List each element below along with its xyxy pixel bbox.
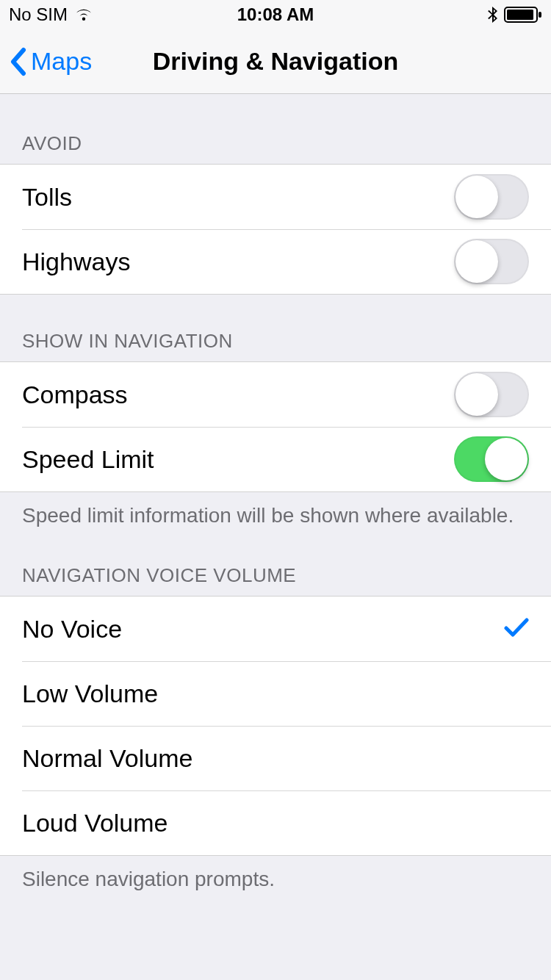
- section-footer-voice: Silence navigation prompts.: [0, 856, 551, 893]
- status-bar: No SIM 10:08 AM: [0, 0, 551, 29]
- row-highways[interactable]: Highways: [0, 229, 551, 294]
- status-left: No SIM: [9, 4, 94, 25]
- status-right: [488, 6, 542, 24]
- carrier-label: No SIM: [9, 4, 68, 25]
- switch-highways[interactable]: [454, 239, 529, 284]
- row-voice-low[interactable]: Low Volume: [0, 661, 551, 726]
- switch-speed-limit[interactable]: [454, 436, 529, 482]
- svg-rect-2: [539, 12, 541, 18]
- section-header-avoid: AVOID: [0, 94, 551, 164]
- row-voice-normal[interactable]: Normal Volume: [0, 726, 551, 790]
- switch-tolls[interactable]: [454, 174, 529, 220]
- row-voice-none[interactable]: No Voice: [0, 597, 551, 661]
- row-compass[interactable]: Compass: [0, 362, 551, 427]
- row-tolls[interactable]: Tolls: [0, 165, 551, 229]
- section-header-show: SHOW IN NAVIGATION: [0, 295, 551, 361]
- switch-compass[interactable]: [454, 372, 529, 417]
- group-show: Compass Speed Limit: [0, 361, 551, 492]
- back-button[interactable]: Maps: [0, 47, 92, 76]
- chevron-left-icon: [9, 47, 26, 76]
- row-label-tolls: Tolls: [22, 183, 454, 212]
- svg-rect-1: [507, 10, 533, 20]
- row-speed-limit[interactable]: Speed Limit: [0, 427, 551, 491]
- row-label-highways: Highways: [22, 248, 454, 276]
- row-label-compass: Compass: [22, 381, 454, 409]
- row-label-voice-normal: Normal Volume: [22, 744, 529, 773]
- nav-bar: Maps Driving & Navigation: [0, 29, 551, 94]
- row-label-voice-none: No Voice: [22, 615, 504, 644]
- group-voice: No Voice Low Volume Normal Volume Loud V…: [0, 596, 551, 856]
- section-header-voice: NAVIGATION VOICE VOLUME: [0, 529, 551, 596]
- row-label-voice-low: Low Volume: [22, 680, 529, 708]
- battery-icon: [504, 7, 542, 23]
- back-label: Maps: [31, 47, 92, 76]
- row-label-speed: Speed Limit: [22, 445, 454, 474]
- bluetooth-icon: [488, 6, 498, 24]
- group-avoid: Tolls Highways: [0, 164, 551, 295]
- row-label-voice-loud: Loud Volume: [22, 809, 529, 837]
- checkmark-icon: [504, 615, 529, 644]
- section-footer-show: Speed limit information will be shown wh…: [0, 492, 551, 529]
- row-voice-loud[interactable]: Loud Volume: [0, 790, 551, 855]
- wifi-icon: [73, 7, 94, 22]
